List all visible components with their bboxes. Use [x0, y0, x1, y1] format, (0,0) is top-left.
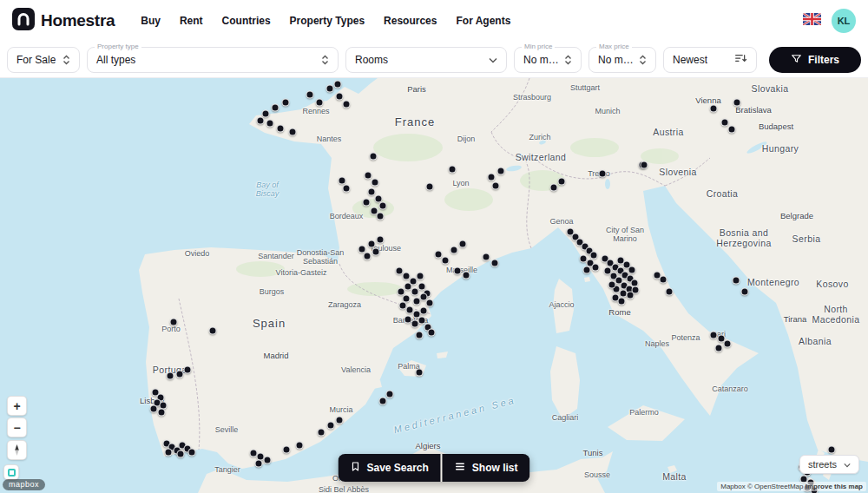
language-flag-icon[interactable]: [803, 13, 821, 29]
property-marker[interactable]: [483, 253, 490, 261]
zoom-out-button[interactable]: −: [7, 417, 27, 437]
property-marker[interactable]: [365, 172, 372, 180]
property-marker[interactable]: [641, 161, 648, 169]
property-marker[interactable]: [336, 93, 344, 101]
sort-select[interactable]: Newest: [663, 47, 757, 73]
property-marker[interactable]: [176, 371, 184, 378]
property-marker[interactable]: [318, 429, 326, 437]
show-list-button[interactable]: Show list: [443, 454, 530, 482]
property-marker[interactable]: [710, 332, 718, 339]
property-marker[interactable]: [255, 460, 263, 468]
property-marker[interactable]: [828, 446, 836, 454]
property-marker[interactable]: [379, 202, 387, 210]
property-marker[interactable]: [623, 261, 631, 269]
property-marker[interactable]: [282, 99, 290, 107]
property-marker[interactable]: [724, 340, 732, 348]
property-marker[interactable]: [608, 281, 616, 289]
property-marker[interactable]: [463, 272, 470, 279]
property-marker[interactable]: [209, 327, 217, 335]
user-avatar[interactable]: KL: [832, 9, 856, 33]
property-marker[interactable]: [262, 110, 270, 118]
property-marker[interactable]: [497, 168, 505, 175]
property-marker[interactable]: [188, 449, 196, 457]
property-marker[interactable]: [257, 117, 265, 125]
nav-property-types[interactable]: Property Types: [290, 15, 365, 27]
save-search-button[interactable]: Save Search: [338, 454, 440, 482]
nav-for-agents[interactable]: For Agents: [456, 15, 510, 27]
property-marker[interactable]: [283, 446, 291, 454]
property-marker[interactable]: [459, 240, 467, 248]
property-marker[interactable]: [583, 266, 591, 274]
listing-type-select[interactable]: For Sale: [7, 47, 80, 73]
property-marker[interactable]: [368, 240, 376, 248]
property-marker[interactable]: [454, 267, 462, 275]
property-marker[interactable]: [363, 199, 371, 207]
property-marker[interactable]: [728, 126, 736, 134]
property-marker[interactable]: [418, 317, 426, 325]
property-marker[interactable]: [343, 185, 351, 193]
nav-countries[interactable]: Countries: [222, 15, 271, 27]
property-marker[interactable]: [442, 257, 450, 265]
property-marker[interactable]: [604, 267, 612, 275]
improve-map-link[interactable]: Improve this map: [806, 483, 863, 490]
property-marker[interactable]: [306, 91, 314, 99]
property-marker[interactable]: [715, 345, 723, 352]
property-marker[interactable]: [336, 417, 344, 424]
property-marker[interactable]: [264, 457, 272, 464]
property-marker[interactable]: [379, 398, 387, 405]
property-marker[interactable]: [491, 260, 499, 267]
property-marker[interactable]: [377, 236, 385, 244]
filters-button[interactable]: Filters: [769, 47, 861, 73]
property-marker[interactable]: [741, 288, 749, 296]
property-marker[interactable]: [327, 422, 335, 430]
property-marker[interactable]: [733, 99, 741, 107]
property-marker[interactable]: [411, 288, 419, 296]
property-marker[interactable]: [334, 81, 342, 89]
property-marker[interactable]: [420, 307, 428, 315]
property-marker[interactable]: [492, 182, 500, 190]
property-marker[interactable]: [721, 119, 729, 127]
mapbox-logo[interactable]: mapbox: [3, 479, 45, 490]
property-marker[interactable]: [386, 391, 394, 398]
property-type-select[interactable]: Property type All types: [87, 47, 339, 73]
min-price-select[interactable]: Min price No minimum: [514, 47, 582, 73]
property-marker[interactable]: [167, 372, 174, 380]
property-marker[interactable]: [272, 104, 279, 112]
property-marker[interactable]: [632, 286, 640, 294]
property-marker[interactable]: [170, 319, 178, 326]
property-marker[interactable]: [177, 450, 185, 458]
map-style-select[interactable]: streets: [799, 455, 859, 474]
nav-buy[interactable]: Buy: [141, 15, 161, 27]
property-marker[interactable]: [277, 125, 285, 133]
property-marker[interactable]: [165, 449, 173, 457]
property-marker[interactable]: [426, 183, 434, 191]
property-marker[interactable]: [488, 174, 496, 181]
property-marker[interactable]: [417, 273, 424, 280]
property-marker[interactable]: [372, 248, 380, 256]
map-canvas[interactable]: FranceSpainPortugalSwitzerlandAustriaHun…: [0, 78, 868, 493]
property-marker[interactable]: [368, 188, 376, 196]
property-marker[interactable]: [416, 369, 424, 377]
property-marker[interactable]: [372, 179, 379, 187]
property-marker[interactable]: [435, 251, 443, 259]
property-marker[interactable]: [326, 85, 334, 93]
zoom-in-button[interactable]: +: [7, 396, 27, 416]
property-marker[interactable]: [184, 366, 192, 374]
property-marker[interactable]: [150, 405, 158, 413]
property-marker[interactable]: [416, 332, 424, 339]
compass-button[interactable]: [7, 440, 27, 460]
property-marker[interactable]: [364, 253, 372, 260]
property-marker[interactable]: [428, 329, 436, 337]
homestra-logo[interactable]: Homestra: [12, 8, 115, 34]
nav-rent[interactable]: Rent: [180, 15, 203, 27]
nav-resources[interactable]: Resources: [384, 15, 437, 27]
property-marker[interactable]: [558, 178, 566, 186]
property-marker[interactable]: [158, 409, 166, 417]
property-marker[interactable]: [660, 276, 667, 284]
rooms-select[interactable]: Rooms: [345, 47, 507, 73]
property-marker[interactable]: [339, 177, 346, 185]
property-marker[interactable]: [550, 184, 558, 192]
property-marker[interactable]: [449, 166, 457, 174]
property-marker[interactable]: [289, 128, 297, 136]
property-marker[interactable]: [618, 298, 626, 306]
